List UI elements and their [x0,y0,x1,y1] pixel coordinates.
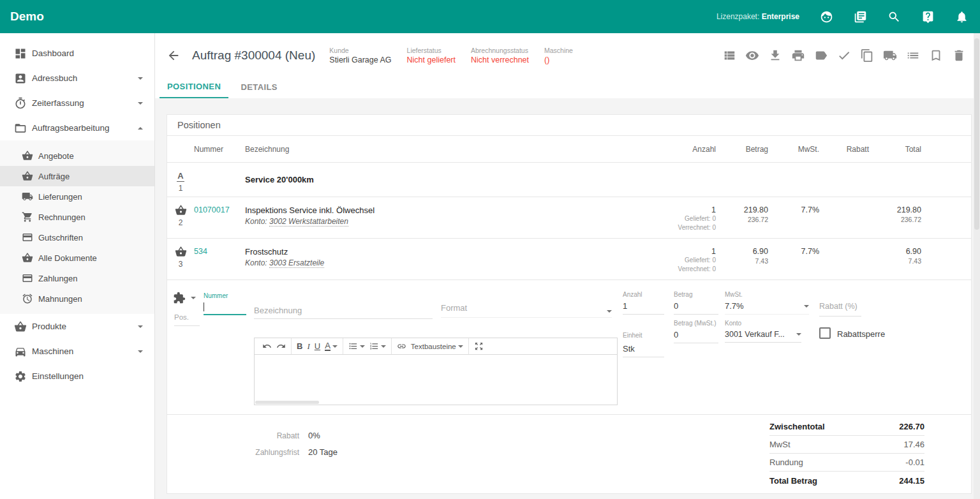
label-icon[interactable] [814,48,828,63]
mwst-select[interactable]: MwSt. 7.7% [725,291,809,315]
position-nummer-link[interactable]: 01070017 [194,197,245,214]
bulleted-list-icon[interactable] [348,341,365,351]
status-badge: Nicht geliefert [407,56,456,64]
scrollbar-thumb[interactable] [974,38,979,230]
betrag-field[interactable]: Betrag 0 [674,291,718,315]
chevron-down-icon [138,102,143,105]
betrag-mwst-field[interactable]: Betrag (MwSt.) 0 [674,320,718,343]
sidebar-item-adressbuch[interactable]: Adressbuch [0,66,154,91]
editor-content[interactable] [255,355,617,405]
check-icon[interactable] [837,48,851,63]
list-icon[interactable] [906,48,920,63]
dashboard-icon [14,47,27,60]
sidebar-item-alle-dokumente[interactable]: Alle Dokumente [0,248,154,268]
konto-selected-value: 3001 Verkauf F... [725,330,785,339]
rabatt-placeholder: Rabatt (%) [819,302,858,311]
sidebar-item-auftragsbearbeitung[interactable]: Auftragsbearbeitung [0,115,154,140]
download-icon[interactable] [768,48,782,63]
puzzle-icon[interactable] [173,292,186,304]
konto-link[interactable]: 3003 Ersatzteile [269,258,324,268]
chevron-down-icon [138,325,143,328]
help-icon[interactable] [921,10,935,24]
meta-label: Maschine [544,47,573,54]
position-nummer-link[interactable]: 534 [194,239,245,256]
view-list-icon[interactable] [722,48,736,63]
pos-field[interactable]: Pos. [174,311,200,326]
rabatt-value [819,197,869,205]
konto-select[interactable]: Konto 3001 Verkauf F... [725,320,801,343]
sidebar-item-label: Adressbuch [32,73,77,83]
face-icon[interactable] [820,10,833,24]
sidebar-item-rechnungen[interactable]: Rechnungen [0,207,154,227]
redo-icon[interactable] [276,341,286,351]
chevron-down-icon [332,345,338,348]
summary-rabatt-value[interactable]: 0% [308,431,320,440]
sidebar-item-einstellungen[interactable]: Einstellungen [0,364,154,389]
row-type-cell: 2 [172,197,189,227]
textbausteine-button[interactable]: Textbausteine [411,343,463,350]
positions-card: Positionen Nummer Bezeichnung Anzahl Bet… [167,114,972,494]
delete-icon[interactable] [952,48,966,63]
back-icon[interactable] [167,48,181,63]
betrag-input: 0 [674,301,718,315]
settings-icon [14,370,27,383]
horizontal-scrollbar[interactable] [255,401,319,404]
einheit-field[interactable]: Einheit Stk [623,332,664,357]
sidebar-item-produkte[interactable]: Produkte [0,314,154,339]
italic-button[interactable]: I [307,341,309,352]
sidebar-item-dashboard[interactable]: Dashboard [0,41,154,66]
search-icon[interactable] [887,10,901,24]
sidebar-item-maschinen[interactable]: Maschinen [0,339,154,364]
card-title: Positionen [167,115,971,136]
betrag-mwst-label: Betrag (MwSt.) [674,320,718,327]
sidebar-item-angebote[interactable]: Angebote [0,145,154,166]
basket-icon [14,320,27,333]
font-color-button[interactable]: A [325,341,338,351]
einheit-input: Stk [623,344,664,357]
position-type-caret-icon[interactable] [191,297,196,299]
link-icon[interactable] [397,341,406,351]
sidebar-item-label: Dashboard [32,48,74,58]
table-row[interactable]: 3 534 Frostschutz Konto: 3003 Ersatzteil… [167,239,971,280]
summary-zahlungsfrist-value[interactable]: 20 Tage [308,447,338,457]
sidebar-item-mahnungen[interactable]: Mahnungen [0,288,154,309]
betrag-value: 219.80 [716,205,768,214]
fullscreen-icon[interactable] [474,341,484,351]
chevron-down-icon [138,350,143,353]
sidebar-item-zahlungen[interactable]: Zahlungen [0,268,154,288]
sidebar-item-gutschriften[interactable]: Gutschriften [0,227,154,248]
undo-icon[interactable] [262,341,272,351]
col-betrag: Betrag [716,145,768,154]
sidebar-item-lieferungen[interactable]: Lieferungen [0,186,154,207]
tab-positionen[interactable]: POSITIONEN [160,75,228,98]
numbered-list-icon[interactable] [369,341,386,351]
nummer-field[interactable]: Nummer [204,292,246,315]
rabattsperre-checkbox[interactable] [819,327,831,339]
visibility-icon[interactable] [745,48,759,63]
underline-button[interactable]: U [315,341,320,351]
truck-icon[interactable] [883,48,897,63]
summary-zahlungsfrist-label: Zahlungsfrist [205,448,299,457]
text-cursor [204,302,204,311]
copy-icon[interactable] [860,48,874,63]
description-editor[interactable]: B I U A Textbausteine [254,338,618,405]
tab-details[interactable]: DETAILS [228,75,290,98]
notifications-icon[interactable] [955,10,969,24]
format-select[interactable]: Format [441,298,612,318]
table-row[interactable]: A 1 Service 20'000km [167,163,971,197]
bold-button[interactable]: B [297,341,302,351]
print-icon[interactable] [791,48,805,63]
bezeichnung-field[interactable]: Bezeichnung [254,299,433,319]
vertical-scrollbar[interactable] [974,33,980,499]
library-icon[interactable] [854,10,867,24]
anzahl-field[interactable]: Anzahl 1 [623,291,664,315]
sidebar-item-auftraege[interactable]: Aufträge [0,166,154,186]
anzahl-value: 1 [614,205,716,214]
position-name: Inspektions Service inkl. Ölwechsel [245,205,614,215]
rabatt-field[interactable]: Rabatt (%) [819,300,861,317]
konto-link[interactable]: 3002 Werkstattarbeiten [269,217,348,227]
table-row[interactable]: 2 01070017 Inspektions Service inkl. Ölw… [167,197,971,239]
sidebar-item-zeiterfassung[interactable]: Zeiterfassung [0,91,154,115]
bookmark-icon[interactable] [929,48,943,63]
textbausteine-label: Textbausteine [411,343,456,350]
